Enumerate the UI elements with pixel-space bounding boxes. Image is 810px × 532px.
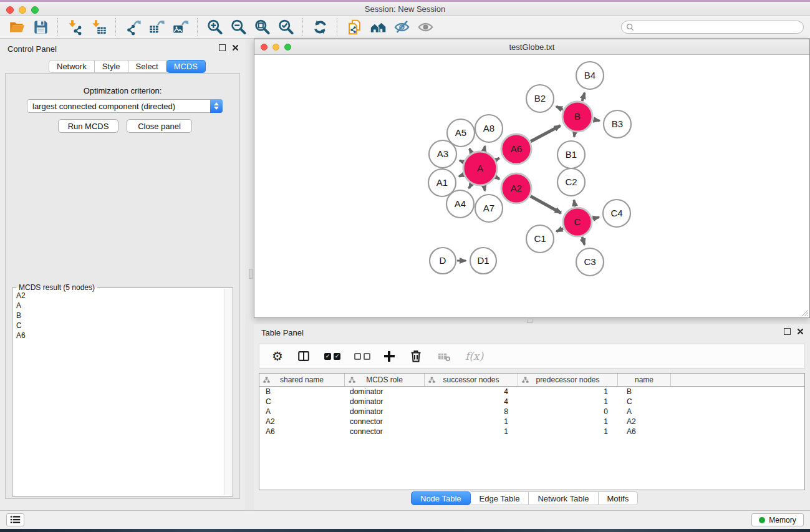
zoom-selected-button[interactable] (274, 17, 297, 37)
cell-shared-name: A2 (259, 417, 345, 426)
list-item[interactable]: A6 (12, 331, 224, 341)
zoom-out-button[interactable] (226, 17, 250, 37)
refresh-layout-button[interactable] (308, 17, 332, 37)
add-column-button[interactable] (384, 351, 395, 362)
table-row[interactable]: B dominator 4 1 B (259, 387, 804, 397)
search-input[interactable] (634, 23, 790, 32)
hide-selected-button[interactable] (390, 17, 413, 37)
cell-predecessor-nodes: 1 (518, 427, 618, 436)
network-graph[interactable]: AA2A6BCA1A3A4A5A7A8B1B2B3B4C1C2C3C4DD1 (254, 55, 809, 317)
list-item[interactable]: C (12, 321, 224, 331)
table-row[interactable]: A dominator 8 0 A (259, 407, 804, 417)
graph-node-label-B2: B2 (534, 93, 546, 104)
table-row[interactable]: C dominator 4 1 C (259, 397, 804, 407)
mcds-result-box: MCDS result (5 nodes) A2 A B C A6 (12, 288, 233, 496)
graph-node-label-A6: A6 (511, 143, 522, 154)
zoom-fit-button[interactable] (250, 17, 274, 37)
tab-network-table[interactable]: Network Table (529, 491, 598, 505)
search-field[interactable] (621, 21, 804, 34)
graph-edge-A-A2[interactable] (496, 177, 499, 179)
tab-mcds[interactable]: MCDS (166, 60, 206, 73)
graph-edge-C-C1[interactable] (556, 228, 563, 231)
graph-node-label-A7: A7 (483, 203, 494, 213)
tab-edge-table[interactable]: Edge Table (471, 491, 529, 505)
graph-edge-A-A3[interactable] (460, 160, 463, 162)
window-resize-grip[interactable] (801, 309, 809, 317)
graph-edge-B-B4[interactable] (582, 93, 585, 101)
run-mcds-button[interactable]: Run MCDS (58, 119, 118, 133)
optimization-criterion-dropdown[interactable]: largest connected component (directed) (27, 99, 223, 113)
table-settings-button[interactable]: ⚙ (272, 350, 283, 362)
show-all-button[interactable] (413, 17, 437, 37)
tab-node-table[interactable]: Node Table (411, 491, 471, 505)
zoom-in-button[interactable] (203, 17, 226, 37)
open-session-button[interactable] (5, 17, 29, 37)
graph-edge-A-A4[interactable] (469, 184, 471, 188)
float-panel-icon[interactable] (219, 44, 226, 51)
graph-edge-B-B3[interactable] (594, 120, 600, 121)
export-table-button[interactable] (145, 17, 168, 37)
graph-edge-C-C4[interactable] (592, 217, 599, 218)
hierarchy-icon (428, 377, 435, 384)
control-panel-tabs: Network Style Select MCDS (49, 60, 206, 73)
close-panel-button[interactable]: Close panel (127, 119, 192, 133)
column-header-mcds-role[interactable]: MCDS role (345, 374, 425, 386)
close-panel-icon[interactable] (232, 44, 239, 51)
vertical-split-handle[interactable] (249, 269, 253, 279)
deselect-all-button[interactable] (354, 353, 370, 360)
unchecked-checkbox-icon (354, 353, 361, 360)
import-table-button[interactable] (87, 17, 110, 37)
horizontal-split-handle[interactable] (527, 319, 533, 323)
result-scrollbar[interactable] (224, 289, 232, 495)
select-all-button[interactable]: ✓ ✓ (324, 353, 340, 360)
float-panel-icon[interactable] (784, 328, 791, 335)
network-canvas[interactable]: AA2A6BCA1A3A4A5A7A8B1B2B3B4C1C2C3C4DD1 (254, 55, 809, 317)
graph-node-label-A: A (477, 163, 483, 173)
duplicate-network-button[interactable] (342, 17, 366, 37)
export-image-button[interactable] (168, 17, 192, 37)
graph-edge-A2-C[interactable] (531, 196, 561, 213)
graph-edge-A-A6[interactable] (496, 158, 499, 160)
graph-edge-B-B1[interactable] (574, 133, 575, 137)
export-network-button[interactable] (121, 17, 145, 37)
column-header-name[interactable]: name (618, 374, 671, 386)
graph-edge-A-A8[interactable] (484, 146, 485, 150)
cell-successor-nodes: 4 (425, 397, 518, 406)
graph-edge-A-A7[interactable] (484, 186, 485, 190)
function-builder-button[interactable]: f(x) (465, 350, 483, 362)
save-session-button[interactable] (29, 17, 52, 37)
graph-edge-C-C2[interactable] (574, 200, 576, 207)
close-panel-icon[interactable] (797, 328, 804, 335)
import-network-button[interactable] (63, 17, 87, 37)
cell-successor-nodes: 8 (425, 407, 518, 416)
table-row[interactable]: A6 connector 1 1 A6 (259, 427, 804, 437)
column-label: predecessor nodes (536, 375, 599, 384)
tab-motifs[interactable]: Motifs (599, 491, 639, 505)
show-columns-button[interactable] (297, 349, 311, 363)
graph-edge-B-B2[interactable] (556, 107, 563, 110)
network-window-titlebar[interactable]: testGlobe.txt (254, 39, 809, 55)
column-header-predecessor-nodes[interactable]: predecessor nodes (518, 374, 618, 386)
first-neighbors-button[interactable] (366, 17, 390, 37)
list-item[interactable]: A (12, 301, 224, 311)
list-item[interactable]: A2 (12, 291, 224, 301)
graph-node-label-A8: A8 (483, 123, 494, 133)
graph-edge-A6-B[interactable] (531, 126, 561, 142)
graph-node-label-D: D (440, 255, 446, 266)
graph-node-label-A5: A5 (455, 127, 466, 138)
list-item[interactable]: B (12, 311, 224, 321)
column-header-successor-nodes[interactable]: successor nodes (425, 374, 518, 386)
tab-select[interactable]: Select (128, 60, 166, 73)
graph-edge-C-C3[interactable] (582, 237, 585, 244)
delete-column-button[interactable] (408, 349, 423, 364)
task-history-button[interactable] (6, 513, 24, 526)
column-header-shared-name[interactable]: shared name (259, 374, 345, 386)
tab-style[interactable]: Style (95, 60, 128, 73)
graph-edge-A-A5[interactable] (470, 149, 471, 153)
table-panel-title: Table Panel (261, 328, 304, 337)
delete-table-button[interactable] (437, 349, 451, 364)
table-row[interactable]: A2 connector 1 1 A2 (259, 417, 804, 427)
memory-button[interactable]: Memory (751, 513, 804, 526)
tab-network[interactable]: Network (49, 60, 95, 73)
graph-edge-A-A1[interactable] (459, 175, 463, 177)
